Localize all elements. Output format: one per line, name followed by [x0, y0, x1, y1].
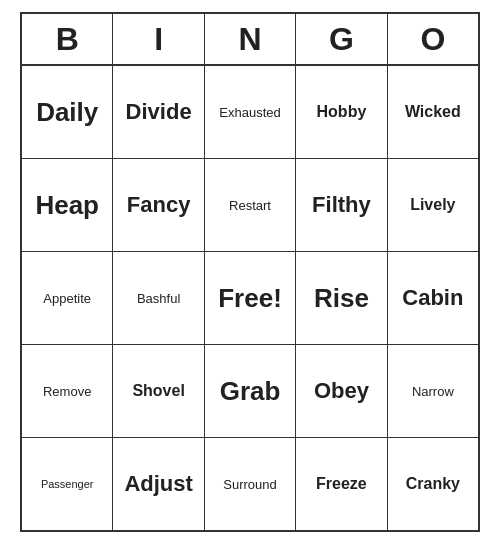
bingo-card: BINGO DailyDivideExhaustedHobbyWickedHea… [20, 12, 480, 532]
bingo-cell-2-4: Cabin [388, 252, 478, 344]
bingo-row-1: HeapFancyRestartFilthyLively [22, 159, 478, 252]
header-letter-I: I [113, 14, 204, 64]
bingo-cell-1-2: Restart [205, 159, 296, 251]
bingo-cell-1-1: Fancy [113, 159, 204, 251]
bingo-body: DailyDivideExhaustedHobbyWickedHeapFancy… [22, 66, 478, 530]
bingo-header: BINGO [22, 14, 478, 66]
bingo-cell-1-3: Filthy [296, 159, 387, 251]
bingo-cell-2-0: Appetite [22, 252, 113, 344]
header-letter-G: G [296, 14, 387, 64]
bingo-cell-2-1: Bashful [113, 252, 204, 344]
bingo-cell-3-0: Remove [22, 345, 113, 437]
bingo-cell-0-0: Daily [22, 66, 113, 158]
bingo-cell-0-3: Hobby [296, 66, 387, 158]
bingo-cell-4-1: Adjust [113, 438, 204, 530]
bingo-cell-4-0: Passenger [22, 438, 113, 530]
bingo-cell-0-4: Wicked [388, 66, 478, 158]
bingo-cell-0-1: Divide [113, 66, 204, 158]
bingo-cell-2-2: Free! [205, 252, 296, 344]
bingo-cell-1-4: Lively [388, 159, 478, 251]
header-letter-B: B [22, 14, 113, 64]
bingo-row-0: DailyDivideExhaustedHobbyWicked [22, 66, 478, 159]
bingo-cell-4-4: Cranky [388, 438, 478, 530]
bingo-cell-3-4: Narrow [388, 345, 478, 437]
bingo-cell-2-3: Rise [296, 252, 387, 344]
bingo-row-4: PassengerAdjustSurroundFreezeCranky [22, 438, 478, 530]
bingo-row-3: RemoveShovelGrabObeyNarrow [22, 345, 478, 438]
bingo-cell-3-2: Grab [205, 345, 296, 437]
bingo-row-2: AppetiteBashfulFree!RiseCabin [22, 252, 478, 345]
bingo-cell-4-2: Surround [205, 438, 296, 530]
bingo-cell-3-3: Obey [296, 345, 387, 437]
bingo-cell-4-3: Freeze [296, 438, 387, 530]
bingo-cell-3-1: Shovel [113, 345, 204, 437]
bingo-cell-1-0: Heap [22, 159, 113, 251]
header-letter-O: O [388, 14, 478, 64]
bingo-cell-0-2: Exhausted [205, 66, 296, 158]
header-letter-N: N [205, 14, 296, 64]
